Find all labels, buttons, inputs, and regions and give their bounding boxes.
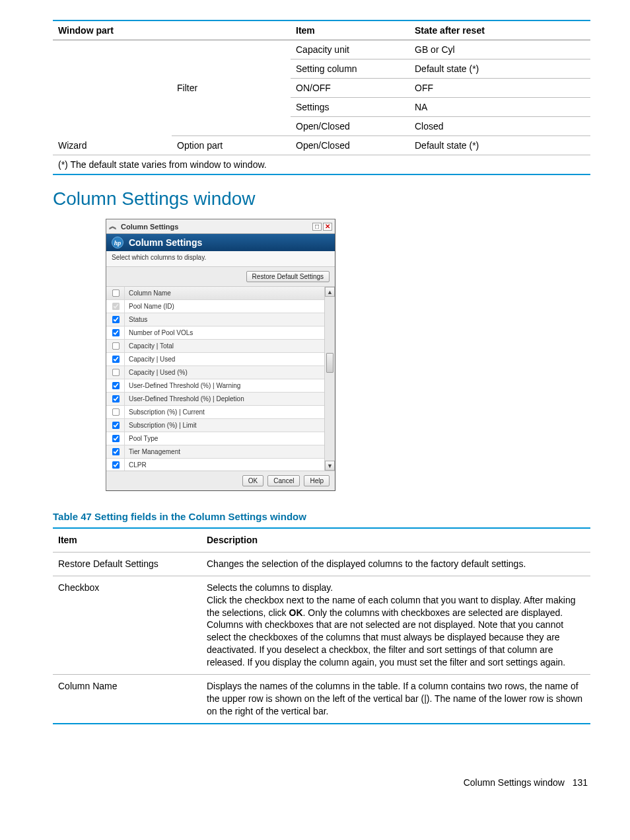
column-name-label: Subscription (%) | Current — [125, 408, 324, 416]
list-item: Capacity | Used — [106, 353, 324, 366]
column-name-label: CLPR — [125, 461, 324, 469]
th-state: State after reset — [409, 20, 590, 40]
list-item: Subscription (%) | Current — [106, 406, 324, 419]
column-name-label: Number of Pool VOLs — [125, 329, 324, 336]
column-checkbox[interactable] — [112, 369, 119, 376]
scroll-thumb[interactable] — [326, 353, 333, 373]
dialog-header: hp Column Settings — [106, 234, 335, 251]
th-blank — [172, 20, 291, 40]
th-item: Item — [291, 20, 409, 40]
column-name-label: User-Defined Threshold (%) | Depletion — [125, 395, 324, 402]
scroll-down-icon[interactable]: ▼ — [325, 461, 335, 471]
th-window-part: Window part — [53, 20, 172, 40]
table-row: Checkbox Selects the columns to display.… — [53, 576, 590, 674]
column-checkbox[interactable] — [112, 356, 119, 363]
table-row: Capacity unit GB or Cyl — [53, 40, 590, 59]
list-item: Pool Type — [106, 432, 324, 445]
table-row: (*) The default state varies from window… — [53, 155, 590, 175]
list-item: Pool Name (ID) — [106, 300, 324, 313]
select-all-checkbox[interactable] — [112, 289, 119, 297]
column-name-label: User-Defined Threshold (%) | Warning — [125, 382, 324, 389]
reset-state-table: Window part Item State after reset Capac… — [53, 20, 590, 175]
dialog-titlebar: ︽ Column Settings □ ✕ — [106, 219, 335, 234]
hp-logo-icon: hp — [112, 237, 123, 248]
column-checkbox[interactable] — [112, 329, 119, 336]
column-name-label: Capacity | Used — [125, 356, 324, 363]
list-item: Number of Pool VOLs — [106, 326, 324, 340]
column-checkbox — [112, 303, 119, 310]
table-row: Wizard Option part Open/Closed Default s… — [53, 136, 590, 155]
restore-default-settings-button[interactable]: Restore Default Settings — [246, 271, 330, 282]
list-item: CLPR — [106, 459, 324, 471]
table47-caption: Table 47 Setting fields in the Column Se… — [53, 511, 590, 522]
th-description: Description — [201, 528, 590, 552]
column-name-label: Capacity | Used (%) — [125, 369, 324, 376]
column-checkbox[interactable] — [112, 395, 119, 402]
column-name-label: Status — [125, 316, 324, 323]
list-item: Tier Management — [106, 445, 324, 459]
scroll-up-icon[interactable]: ▲ — [325, 287, 335, 297]
collapse-icon[interactable]: ︽ — [109, 221, 117, 232]
column-checkbox[interactable] — [112, 422, 119, 429]
help-button[interactable]: Help — [304, 475, 330, 486]
footer-text: Column Settings window — [464, 777, 565, 788]
page-footer: Column Settings window 131 — [53, 777, 590, 788]
column-checkbox[interactable] — [112, 448, 119, 455]
list-item: User-Defined Threshold (%) | Warning — [106, 379, 324, 393]
column-name-label: Pool Type — [125, 435, 324, 442]
column-name-label: Subscription (%) | Limit — [125, 422, 324, 429]
dialog-header-text: Column Settings — [129, 237, 202, 248]
column-name-label: Capacity | Total — [125, 342, 324, 350]
column-name-label: Pool Name (ID) — [125, 303, 324, 310]
column-checkbox[interactable] — [112, 408, 119, 416]
list-item: User-Defined Threshold (%) | Depletion — [106, 393, 324, 406]
list-header-label: Column Name — [125, 289, 324, 297]
list-header-row: Column Name — [106, 287, 324, 300]
maximize-icon[interactable]: □ — [312, 223, 322, 231]
column-settings-dialog: ︽ Column Settings □ ✕ hp Column Settings… — [106, 219, 335, 491]
desc-line1: Selects the columns to display. — [207, 582, 333, 593]
dialog-toolbar: Restore Default Settings — [106, 267, 335, 287]
column-checkbox[interactable] — [112, 316, 119, 323]
dialog-titlebar-text: Column Settings — [121, 223, 178, 231]
list-item: Capacity | Used (%) — [106, 366, 324, 379]
column-checkbox[interactable] — [112, 435, 119, 442]
section-title: Column Settings window — [53, 188, 590, 210]
column-checkbox[interactable] — [112, 461, 119, 469]
column-checkbox[interactable] — [112, 382, 119, 389]
dialog-instruction: Select which columns to display. — [106, 251, 335, 267]
table-row: Restore Default Settings Changes the sel… — [53, 552, 590, 576]
cancel-button[interactable]: Cancel — [267, 475, 300, 486]
list-item: Subscription (%) | Limit — [106, 419, 324, 432]
desc-bold: OK — [289, 607, 303, 618]
setting-fields-table: Item Description Restore Default Setting… — [53, 527, 590, 724]
dialog-footer: OK Cancel Help — [106, 471, 335, 490]
list-item: Status — [106, 313, 324, 326]
list-item: Capacity | Total — [106, 340, 324, 353]
column-checkbox[interactable] — [112, 342, 119, 350]
table-row: Column Name Displays the names of the co… — [53, 675, 590, 724]
ok-button[interactable]: OK — [242, 475, 263, 486]
close-icon[interactable]: ✕ — [323, 223, 332, 231]
th-item: Item — [53, 528, 201, 552]
scrollbar[interactable]: ▲ ▼ — [324, 287, 335, 471]
column-list: Column Name Pool Name (ID)StatusNumber o… — [106, 287, 335, 471]
footer-page: 131 — [573, 777, 588, 788]
column-name-label: Tier Management — [125, 448, 324, 455]
